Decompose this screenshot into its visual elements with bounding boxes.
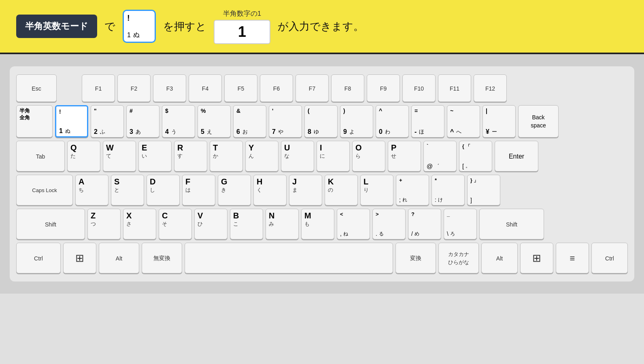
key-6[interactable]: & 6お	[233, 105, 266, 138]
key-8[interactable]: ( 8ゆ	[304, 105, 338, 138]
key-enter[interactable]: Enter	[495, 141, 538, 171]
key-shift-right[interactable]: Shift	[479, 209, 544, 239]
key-0[interactable]: ^ 0わ	[376, 105, 409, 138]
header-banner: 半角英数モード で ! 1 ぬ を押すと 半角数字の1 1 が入力できます。	[0, 0, 644, 53]
key-p[interactable]: Pせ	[388, 141, 421, 171]
key-ctrl-left[interactable]: Ctrl	[16, 243, 61, 273]
key-9[interactable]: ) 9よ	[340, 105, 373, 138]
mode-badge: 半角英数モード	[16, 15, 97, 38]
connector1: で	[104, 19, 115, 34]
key-colon[interactable]: * :け	[431, 175, 465, 205]
key-q[interactable]: Qた	[67, 141, 100, 171]
key-f[interactable]: Fは	[182, 175, 215, 205]
key-preview-kana: ぬ	[133, 31, 140, 39]
key-7[interactable]: ' 7や	[269, 105, 302, 138]
key-o[interactable]: Oら	[352, 141, 385, 171]
key-f4[interactable]: F4	[189, 74, 222, 102]
key-5[interactable]: % 5え	[198, 105, 231, 138]
key-preview-top: !	[127, 13, 130, 23]
connector2: を押すと	[163, 19, 206, 34]
fn-row: Esc F1 F2 F3 F4 F5 F6 F7 F8 F9 F10 F11 F…	[16, 74, 628, 102]
keyboard-area: Esc F1 F2 F3 F4 F5 F6 F7 F8 F9 F10 F11 F…	[0, 53, 644, 294]
key-win-right[interactable]: ⊞	[520, 243, 553, 273]
key-minus[interactable]: = -ほ	[411, 105, 444, 138]
key-backslash[interactable]: _ \ろ	[444, 209, 477, 239]
key-t[interactable]: Tか	[210, 141, 243, 171]
key-i[interactable]: Iに	[317, 141, 350, 171]
key-capslock[interactable]: Caps Lock	[16, 175, 73, 205]
key-2[interactable]: " 2ふ	[91, 105, 124, 138]
key-yen[interactable]: | ¥ー	[482, 105, 516, 138]
key-at[interactable]: ` @゛	[423, 141, 457, 171]
key-f1[interactable]: F1	[82, 74, 115, 102]
key-slash[interactable]: ? /め	[408, 209, 441, 239]
key-hankaku[interactable]: 半角全角	[16, 105, 53, 138]
key-1[interactable]: ! 1 ぬ	[55, 105, 88, 138]
qwerty-row: Tab Qた Wて Eい Rす Tか Yん Uな	[16, 141, 628, 171]
key-period[interactable]: > .る	[372, 209, 406, 239]
connector3: が入力できます。	[278, 19, 364, 34]
key-ctrl-right[interactable]: Ctrl	[591, 243, 628, 273]
key-tab[interactable]: Tab	[16, 141, 65, 171]
key-w[interactable]: Wて	[103, 141, 136, 171]
key-alt-right[interactable]: Alt	[481, 243, 518, 273]
result-value: 1	[238, 23, 246, 40]
key-shift-left[interactable]: Shift	[16, 209, 85, 239]
key-f11[interactable]: F11	[438, 74, 471, 102]
key-f7[interactable]: F7	[295, 74, 329, 102]
key-3[interactable]: # 3あ	[126, 105, 159, 138]
key-c[interactable]: Cそ	[159, 209, 192, 239]
key-bracket-close[interactable]: } 」 ]	[467, 175, 500, 205]
key-f12[interactable]: F12	[474, 74, 507, 102]
key-e[interactable]: Eい	[138, 141, 172, 171]
key-f2[interactable]: F2	[117, 74, 151, 102]
key-b[interactable]: Bこ	[230, 209, 263, 239]
key-esc[interactable]: Esc	[16, 74, 57, 102]
key-z[interactable]: Zつ	[87, 209, 121, 239]
num-row: 半角全角 ! 1 ぬ " 2ふ # 3あ	[16, 105, 628, 138]
key-f3[interactable]: F3	[153, 74, 186, 102]
key-s[interactable]: Sと	[111, 175, 144, 205]
result-label-container: 半角数字の1 1	[214, 9, 270, 44]
key-k[interactable]: Kの	[325, 175, 358, 205]
key-win-left[interactable]: ⊞	[63, 243, 96, 273]
zxcv-row: Shift Zつ Xさ Cそ Vひ Bこ Nみ Mも	[16, 209, 628, 239]
key-u[interactable]: Uな	[281, 141, 314, 171]
key-m[interactable]: Mも	[301, 209, 334, 239]
key-comma[interactable]: < ,ね	[337, 209, 370, 239]
key-bracket-open[interactable]: { 「 [。	[459, 141, 492, 171]
key-4[interactable]: $ 4う	[162, 105, 195, 138]
bottom-row: Ctrl ⊞ Alt 無変換 変換 カタカナひらがな Alt	[16, 243, 628, 273]
keyboard: Esc F1 F2 F3 F4 F5 F6 F7 F8 F9 F10 F11 F…	[10, 66, 634, 281]
key-a[interactable]: Aち	[75, 175, 108, 205]
key-space[interactable]	[185, 243, 393, 273]
key-muhenkan[interactable]: 無変換	[142, 243, 182, 273]
result-value-box: 1	[214, 20, 270, 44]
key-y[interactable]: Yん	[245, 141, 278, 171]
key-n[interactable]: Nみ	[266, 209, 299, 239]
key-v[interactable]: Vひ	[194, 209, 227, 239]
key-x[interactable]: Xさ	[123, 209, 156, 239]
key-l[interactable]: Lり	[360, 175, 393, 205]
key-semicolon[interactable]: + ;れ	[396, 175, 429, 205]
key-preview-num: 1	[127, 32, 131, 39]
key-henkan[interactable]: 変換	[395, 243, 436, 273]
result-label-text: 半角数字の1	[223, 9, 261, 18]
key-j[interactable]: Jま	[289, 175, 322, 205]
key-menu[interactable]: ≡	[556, 243, 589, 273]
key-d[interactable]: Dし	[147, 175, 180, 205]
key-g[interactable]: Gき	[218, 175, 251, 205]
key-preview: ! 1 ぬ	[123, 10, 156, 43]
asdf-row: Caps Lock Aち Sと Dし Fは Gき Hく Jま	[16, 175, 628, 205]
key-r[interactable]: Rす	[174, 141, 207, 171]
key-f8[interactable]: F8	[331, 74, 364, 102]
key-f9[interactable]: F9	[367, 74, 400, 102]
key-katakana[interactable]: カタカナひらがな	[438, 243, 479, 273]
key-backspace[interactable]: Backspace	[518, 105, 559, 138]
key-f6[interactable]: F6	[260, 74, 293, 102]
key-f10[interactable]: F10	[402, 74, 436, 102]
key-caret[interactable]: ~ ^へ	[447, 105, 480, 138]
key-f5[interactable]: F5	[224, 74, 257, 102]
key-alt-left[interactable]: Alt	[99, 243, 139, 273]
key-h[interactable]: Hく	[253, 175, 287, 205]
